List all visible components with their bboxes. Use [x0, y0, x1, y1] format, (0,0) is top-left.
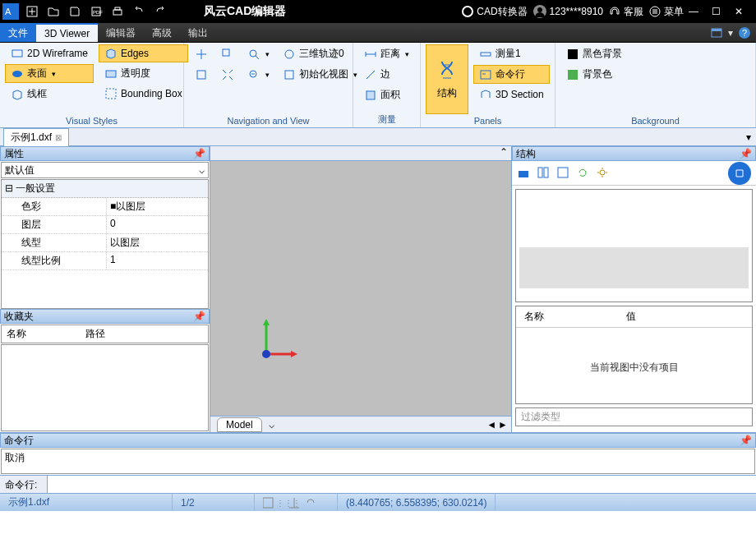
refresh-icon[interactable] — [576, 166, 591, 181]
maximize-button[interactable]: ☐ — [712, 6, 730, 17]
section-3d-button[interactable]: 3D Section — [473, 85, 550, 104]
svg-line-26 — [256, 56, 259, 59]
distance-button[interactable]: 距离 — [358, 44, 415, 63]
zoom-out-icon — [247, 68, 260, 81]
tab-advanced[interactable]: 高级 — [144, 23, 180, 42]
view-2-icon[interactable] — [537, 166, 551, 181]
nav-tool-3[interactable] — [189, 65, 214, 84]
menu-button[interactable]: 菜单 — [648, 5, 684, 19]
properties-selector[interactable]: 默认值⌵ — [1, 162, 209, 178]
edge-button[interactable]: 边 — [358, 65, 415, 84]
minimize-button[interactable]: — — [689, 6, 707, 17]
cad-converter-button[interactable]: CAD转换器 — [461, 5, 527, 19]
ribbon-minimize-icon[interactable] — [710, 26, 723, 39]
new-icon[interactable] — [23, 2, 41, 21]
area-icon — [364, 89, 377, 102]
structure-grid: 名称值 当前视图中没有项目 — [515, 306, 753, 404]
init-view-button[interactable]: 初始化视图 — [277, 65, 363, 84]
black-bg-button[interactable]: 黑色背景 — [560, 44, 628, 63]
settings-icon[interactable] — [596, 166, 611, 181]
viewport[interactable] — [210, 161, 511, 416]
svg-rect-20 — [12, 50, 22, 57]
empty-message: 当前视图中没有项目 — [516, 328, 752, 375]
surface-icon — [11, 67, 24, 81]
zoom-dropdown[interactable] — [242, 44, 275, 63]
save-icon[interactable] — [66, 2, 84, 21]
property-row: 线型比例1 — [2, 252, 208, 270]
svg-rect-55 — [263, 498, 273, 508]
user-account[interactable]: 123****8910 — [532, 4, 603, 19]
action-fab-icon[interactable] — [728, 162, 751, 185]
favorites-panel: 收藏夹📌 名称路径 — [0, 309, 210, 432]
bounding-box-button[interactable]: Bounding Box — [99, 85, 188, 103]
tab-editor[interactable]: 编辑器 — [98, 23, 144, 42]
cmdline-icon — [479, 68, 492, 81]
status-file: 示例1.dxf — [0, 494, 173, 511]
save-pdf-icon[interactable]: PDF — [87, 2, 105, 21]
nav-tool-2[interactable] — [215, 44, 240, 63]
model-tab[interactable]: Model — [217, 417, 262, 432]
pin-icon[interactable]: 📌 — [193, 311, 205, 322]
app-title: 风云CAD编辑器 — [204, 4, 286, 19]
col-name[interactable]: 名称 — [516, 306, 552, 327]
init-view-icon — [283, 68, 296, 81]
tab-file[interactable]: 文件 — [0, 23, 36, 42]
group-panels: Panels — [426, 114, 550, 126]
expand-icon[interactable]: ⌃ — [496, 146, 511, 160]
surface-button[interactable]: 表面 — [5, 64, 94, 83]
zoom-out-dropdown[interactable] — [242, 65, 275, 84]
model-tab-dropdown-icon[interactable]: ⌵ — [269, 419, 274, 430]
zoom-window-icon — [221, 48, 234, 61]
tab-output[interactable]: 输出 — [180, 23, 216, 42]
area-button[interactable]: 面积 — [358, 85, 415, 104]
ribbon-dropdown-icon[interactable]: ▾ — [728, 27, 733, 39]
chevron-down-icon[interactable]: ⌵ — [199, 164, 205, 176]
edges-button[interactable]: Edges — [99, 44, 188, 62]
close-tab-icon[interactable]: ⊠ — [55, 133, 62, 142]
transparency-button[interactable]: 透明度 — [99, 64, 188, 83]
wireframe-icon — [11, 88, 24, 101]
cmdline-button[interactable]: 命令行 — [473, 65, 550, 84]
nav-tool-4[interactable] — [215, 65, 240, 84]
pin-icon[interactable]: 📌 — [740, 148, 752, 159]
filter-type[interactable]: 过滤类型 — [515, 407, 753, 426]
center-pane: ⌃ Model ⌵ ◄► — [210, 146, 511, 432]
doc-tabs-dropdown-icon[interactable]: ▾ — [746, 131, 751, 143]
document-tab[interactable]: 示例1.dxf⊠ — [3, 128, 69, 146]
help-icon[interactable]: ? — [738, 26, 751, 39]
close-button[interactable]: ✕ — [735, 6, 753, 17]
scroll-right-icon[interactable]: ► — [498, 419, 508, 430]
favorites-list[interactable] — [1, 344, 209, 431]
pin-icon[interactable]: 📌 — [740, 435, 752, 446]
col-value[interactable]: 值 — [618, 306, 644, 327]
structure-header: 结构📌 — [512, 146, 756, 161]
wireframe-button[interactable]: 线框 — [5, 85, 94, 104]
document-tabs: 示例1.dxf⊠ ▾ — [0, 128, 756, 146]
zoom-icon — [247, 48, 260, 61]
command-input[interactable] — [48, 476, 756, 493]
nav-tool-1[interactable] — [189, 44, 214, 63]
workspace: 属性📌 默认值⌵ ⊟ 一般设置 色彩■以图层 图层0 线型以图层 线型比例1 收… — [0, 146, 756, 432]
property-group-header[interactable]: ⊟ 一般设置 — [2, 180, 208, 198]
pin-icon[interactable]: 📌 — [193, 148, 205, 159]
favorites-columns: 名称路径 — [1, 325, 209, 343]
status-toggles[interactable]: ⋮⋮⋮ — [255, 494, 338, 511]
app-logo-icon: A — [2, 2, 20, 21]
support-button[interactable]: 客服 — [608, 5, 643, 19]
scroll-left-icon[interactable]: ◄ — [486, 419, 496, 430]
svg-point-27 — [285, 50, 293, 58]
view-1-icon[interactable] — [517, 166, 532, 181]
view-3-icon[interactable] — [556, 166, 571, 181]
print-icon[interactable] — [108, 2, 127, 21]
svg-marker-47 — [263, 319, 270, 325]
undo-icon[interactable] — [130, 2, 148, 21]
open-icon[interactable] — [44, 2, 62, 21]
redo-icon[interactable] — [151, 2, 169, 21]
measure1-button[interactable]: 测量1 — [473, 44, 550, 63]
structure-big-button[interactable]: 结构 — [426, 44, 468, 114]
tab-3d-viewer[interactable]: 3D Viewer — [36, 23, 98, 42]
svg-text:?: ? — [742, 28, 747, 38]
orbit-button[interactable]: 三维轨迹0 — [277, 44, 350, 63]
bgcolor-button[interactable]: 背景色 — [560, 65, 628, 84]
wireframe-2d-button[interactable]: 2D Wireframe — [5, 44, 94, 62]
